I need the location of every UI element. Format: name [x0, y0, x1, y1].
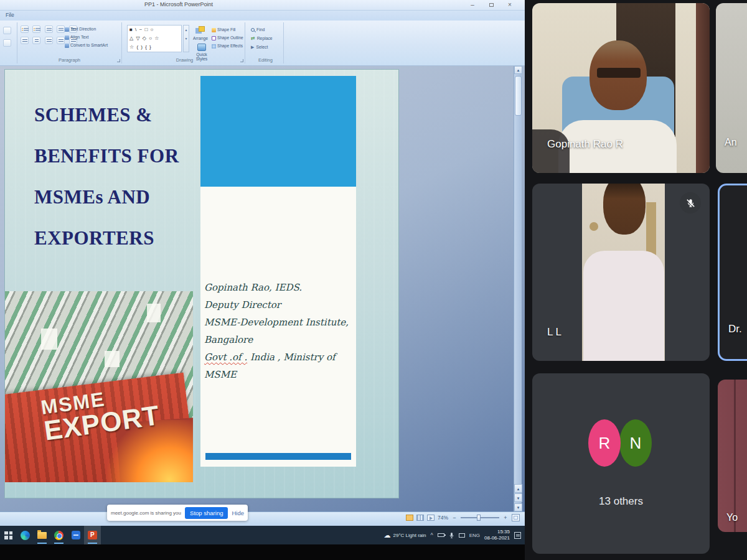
taskbar-weather[interactable]: ☁29°C Light rain	[383, 531, 426, 539]
shapes-row-2[interactable]: △ ▽ ◇ ○ ☆	[129, 34, 181, 43]
shape-fill-icon	[212, 28, 216, 32]
battery-icon[interactable]	[438, 533, 444, 537]
slide-title: SCHEMES & BENEFITS FOR MSMEs AND EXPORTE…	[34, 95, 179, 259]
text-direction-button[interactable]: Text Direction	[65, 25, 121, 33]
powerpoint-statusbar: 74% − +	[0, 511, 525, 526]
drawing-group-label: Drawing	[125, 57, 245, 63]
taskbar-clock[interactable]: 15:35 08-06-2021	[484, 529, 510, 541]
participant-tile-you-partial[interactable]: Yo	[718, 380, 747, 532]
taskbar-blue-app[interactable]	[67, 526, 84, 544]
weather-cloud-icon: ☁	[383, 531, 390, 539]
photo-sign	[147, 304, 161, 322]
action-center-icon[interactable]	[514, 532, 521, 539]
zoom-in-button[interactable]: +	[502, 515, 509, 521]
bullets-button[interactable]	[21, 26, 29, 33]
zoom-out-button[interactable]: −	[451, 515, 458, 521]
font-button[interactable]	[3, 27, 11, 34]
drawing-dialog-launcher[interactable]	[240, 59, 243, 62]
find-button[interactable]: Find	[251, 26, 273, 34]
align-center-button[interactable]	[32, 37, 40, 44]
others-count-label: 13 others	[532, 495, 710, 508]
taskbar-file-explorer[interactable]	[34, 526, 50, 544]
taskbar-chrome[interactable]	[50, 526, 67, 544]
align-center-icon	[35, 39, 39, 43]
paragraph-group-label: Paragraph	[17, 57, 121, 63]
align-right-button[interactable]	[45, 37, 53, 44]
author-line: Gopinath Rao, IEDS.	[204, 279, 354, 296]
previous-slide-button[interactable]: ▲	[514, 484, 522, 493]
overflow-participants-tile[interactable]: R N 13 others	[532, 373, 710, 554]
scroll-up-icon[interactable]: ▲	[514, 66, 522, 74]
zoom-slider-thumb[interactable]	[477, 515, 481, 521]
vertical-scrollbar[interactable]: ▲ ▲ ▼ ▼	[514, 66, 522, 511]
justify-button[interactable]	[57, 37, 65, 44]
minimize-button[interactable]: –	[466, 1, 479, 9]
shapes-gallery-scrollbar[interactable]: ▲ ▼	[183, 25, 189, 52]
slide-sorter-view-button[interactable]	[416, 515, 424, 521]
video-person-head	[603, 184, 646, 235]
language-indicator[interactable]: ENG	[469, 533, 480, 538]
participant-tile-an-partial[interactable]: An	[716, 3, 747, 173]
replace-icon: ⇄	[251, 35, 255, 41]
clock-time: 15:35	[484, 529, 510, 535]
ribbon-group-paragraph: Text Direction Align Text Convert to Sma…	[17, 22, 122, 63]
participant-name: Gopinath Rao R	[547, 138, 623, 151]
slideshow-view-button[interactable]	[427, 515, 435, 521]
arrange-button[interactable]: Arrange	[191, 26, 210, 40]
replace-button[interactable]: ⇄Replace	[251, 34, 273, 43]
participant-tile-ll[interactable]: L L	[532, 184, 710, 361]
shapes-scroll-down-icon[interactable]: ▼	[184, 34, 189, 43]
scrollbar-thumb[interactable]	[515, 76, 522, 116]
participants-panel: Gopinath Rao R An L L D	[525, 0, 747, 560]
align-left-button[interactable]	[21, 37, 29, 44]
scroll-down-icon[interactable]: ▼	[514, 503, 522, 511]
display-tray-icon[interactable]	[459, 533, 465, 538]
shape-effects-button[interactable]: Shape Effects	[212, 42, 245, 50]
hide-share-bar-button[interactable]: Hide	[232, 510, 244, 516]
slide-title-line: MSMEs AND	[34, 177, 179, 218]
clear-formatting-button[interactable]	[3, 39, 11, 47]
video-person-glasses	[597, 68, 641, 78]
convert-smartart-button[interactable]: Convert to SmartArt	[65, 41, 121, 49]
video-corner-shadow	[532, 129, 570, 173]
taskbar-edge[interactable]	[17, 526, 34, 544]
shapes-row-3[interactable]: ☆ ( ) { }	[129, 43, 181, 52]
shapes-scroll-up-icon[interactable]: ▲	[184, 26, 189, 34]
numbering-button[interactable]	[32, 26, 40, 33]
align-text-icon	[65, 35, 69, 40]
select-button[interactable]: ▶Select	[251, 43, 273, 52]
next-slide-button[interactable]: ▼	[514, 493, 522, 502]
slide-canvas[interactable]: SCHEMES & BENEFITS FOR MSMEs AND EXPORTE…	[5, 70, 398, 498]
letterbox-strip	[0, 544, 525, 560]
zoom-level[interactable]: 74%	[438, 515, 448, 521]
hidden-icons-chevron[interactable]: ^	[431, 532, 433, 538]
paragraph-dialog-launcher[interactable]	[117, 59, 120, 62]
decrease-indent-button[interactable]	[45, 26, 53, 33]
align-text-button[interactable]: Align Text	[65, 33, 121, 41]
stop-sharing-button[interactable]: Stop sharing	[185, 507, 228, 519]
close-button[interactable]: ×	[503, 1, 517, 9]
participant-name: Dr.	[728, 323, 742, 335]
ribbon-group-drawing: ■ \ ~ □ ○ △ ▽ ◇ ○ ☆ ☆ ( ) { } ▲ ▼ Arrang…	[125, 22, 245, 63]
ribbon-group-editing: Find ⇄Replace ▶Select Editing	[248, 22, 284, 63]
increase-indent-button[interactable]	[57, 26, 65, 33]
zoom-slider[interactable]	[461, 517, 499, 518]
normal-view-button[interactable]	[406, 515, 413, 521]
participant-tile-gopinath[interactable]: Gopinath Rao R	[532, 3, 710, 173]
microphone-tray-icon[interactable]	[449, 532, 454, 539]
find-icon	[251, 28, 255, 32]
participant-tile-dr-active-speaker[interactable]: Dr.	[718, 184, 747, 361]
powerpoint-titlebar[interactable]: PP1 - Microsoft PowerPoint – ×	[0, 0, 525, 11]
shapes-gallery[interactable]: ■ \ ~ □ ○ △ ▽ ◇ ○ ☆ ☆ ( ) { }	[127, 25, 182, 52]
clock-date: 08-06-2021	[484, 535, 510, 541]
shape-fill-button[interactable]: Shape Fill	[212, 26, 245, 34]
tab-file[interactable]: File	[6, 12, 14, 18]
restore-button[interactable]	[484, 1, 498, 9]
taskbar-powerpoint[interactable]	[84, 526, 101, 544]
shape-outline-button[interactable]: Shape Outline	[212, 34, 245, 42]
shapes-row-1[interactable]: ■ \ ~ □ ○	[129, 26, 181, 34]
spellcheck-flagged-text: Govt .of .	[204, 352, 247, 363]
mic-off-icon	[685, 198, 696, 208]
fit-to-window-button[interactable]	[512, 514, 520, 521]
start-button[interactable]	[0, 526, 17, 544]
